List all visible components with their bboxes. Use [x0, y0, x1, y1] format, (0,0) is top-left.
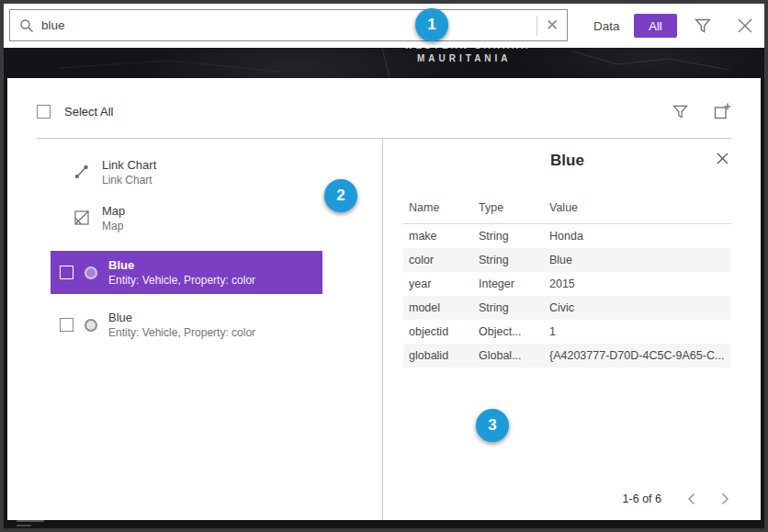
- detail-panel: Blue Name Type Value: [383, 139, 761, 520]
- app-window: WESTERN SAHARA MAURITANIA ✕ Data All: [0, 0, 768, 532]
- cell-name: objectid: [403, 320, 473, 344]
- table-row: make String Honda: [403, 224, 731, 249]
- list-item-blue-selected[interactable]: Blue Entity: Vehicle, Property: color: [51, 251, 322, 294]
- callout-badge-3: 3: [476, 409, 509, 442]
- table-row: globalid Global... {A4203777-D70D-4C5C-9…: [403, 344, 731, 368]
- select-all-label: Select All: [64, 105, 113, 119]
- link-chart-icon: [73, 164, 90, 180]
- entity-circle-icon: [85, 266, 97, 279]
- item-subtitle: Map: [102, 219, 125, 233]
- cell-type: String: [473, 248, 544, 272]
- cell-value: {A4203777-D70D-4C5C-9A65-C...: [544, 344, 731, 368]
- cell-type: String: [473, 224, 544, 249]
- item-title: Blue: [108, 257, 255, 273]
- cell-type: String: [473, 296, 544, 320]
- scope-data-button[interactable]: Data: [593, 4, 620, 48]
- callout-badge-2: 2: [324, 179, 357, 212]
- search-results-panel: Select All: [7, 78, 761, 520]
- cell-value: Honda: [544, 224, 731, 249]
- detail-close-icon[interactable]: [716, 152, 729, 165]
- cell-name: color: [403, 248, 473, 272]
- add-selection-icon[interactable]: [713, 102, 731, 120]
- cell-value: Civic: [544, 296, 731, 320]
- scope-all-button[interactable]: All: [634, 14, 677, 38]
- table-row: color String Blue: [403, 248, 731, 272]
- filter-icon[interactable]: [694, 17, 712, 35]
- chevron-left-icon[interactable]: [687, 492, 695, 505]
- col-value: Value: [544, 196, 731, 224]
- detail-title: Blue: [403, 152, 731, 174]
- item-title: Link Chart: [102, 157, 156, 173]
- cell-name: model: [403, 296, 473, 320]
- results-header: Select All: [37, 100, 731, 122]
- map-scale: [17, 520, 44, 526]
- clear-search-button[interactable]: ✕: [537, 10, 567, 40]
- cell-name: globalid: [403, 344, 473, 368]
- cell-type: Object...: [473, 320, 544, 344]
- entity-circle-icon: [85, 319, 97, 332]
- search-icon: [19, 18, 34, 33]
- item-checkbox[interactable]: [60, 318, 73, 332]
- close-icon[interactable]: [735, 16, 755, 36]
- table-row: model String Civic: [403, 296, 731, 320]
- cell-value: Blue: [544, 248, 731, 272]
- table-row: objectid Object... 1: [403, 320, 731, 344]
- cell-name: year: [403, 272, 473, 296]
- item-subtitle: Entity: Vehicle, Property: color: [108, 325, 255, 340]
- results-filter-icon[interactable]: [672, 103, 689, 120]
- table-header-row: Name Type Value: [403, 196, 731, 224]
- chevron-right-icon[interactable]: [721, 492, 729, 505]
- search-toolbar: ✕ Data All: [4, 4, 764, 48]
- search-box[interactable]: ✕: [9, 9, 568, 41]
- item-checkbox[interactable]: [60, 266, 73, 279]
- col-type: Type: [473, 196, 544, 224]
- table-row: year Integer 2015: [403, 272, 731, 296]
- properties-table: Name Type Value make String Honda color: [403, 196, 731, 368]
- callout-badge-1: 1: [415, 8, 448, 41]
- pagination: 1-6 of 6: [623, 492, 729, 505]
- item-title: Map: [102, 203, 125, 219]
- search-input[interactable]: [41, 18, 536, 32]
- item-subtitle: Link Chart: [102, 173, 156, 187]
- list-item-blue[interactable]: Blue Entity: Vehicle, Property: color: [51, 303, 322, 346]
- cell-name: make: [403, 224, 473, 249]
- pagination-count: 1-6 of 6: [623, 492, 661, 505]
- item-title: Blue: [108, 310, 255, 325]
- col-name: Name: [403, 196, 473, 224]
- select-all-checkbox[interactable]: [37, 105, 51, 119]
- cell-type: Global...: [473, 344, 544, 368]
- cell-value: 1: [544, 320, 731, 344]
- item-subtitle: Entity: Vehicle, Property: color: [108, 273, 255, 288]
- map-icon: [73, 209, 90, 226]
- cell-type: Integer: [473, 272, 544, 296]
- cell-value: 2015: [544, 272, 731, 296]
